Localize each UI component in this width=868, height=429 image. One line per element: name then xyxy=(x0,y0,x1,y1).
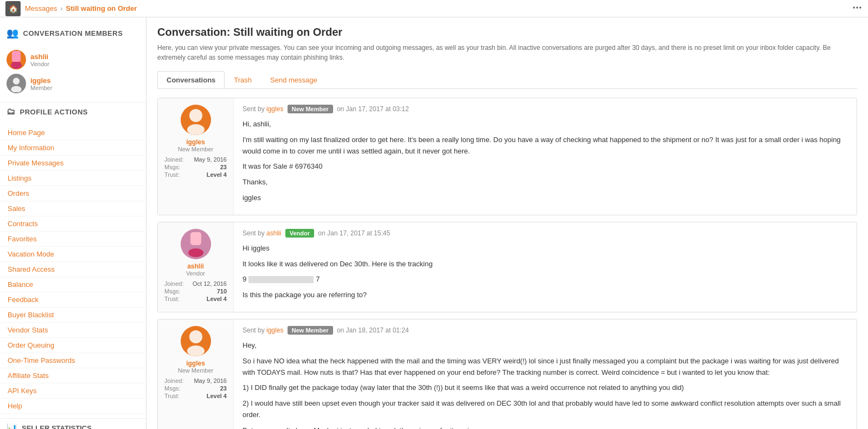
seller-stats-label: SELLER STATISTICS xyxy=(22,424,92,429)
svg-point-10 xyxy=(187,124,205,135)
breadcrumb-messages[interactable]: Messages xyxy=(25,4,57,12)
main-content: Conversation: Still waiting on Order Her… xyxy=(146,17,868,429)
sidebar-item-favorites[interactable]: Favorites xyxy=(0,232,146,247)
message-2-body: Sent by ashlii Vendor on Jan 17, 2017 at… xyxy=(234,222,857,312)
message-1-badge: New Member xyxy=(288,105,333,113)
iggles-info: iggles Member xyxy=(30,76,52,91)
sidebar-item-orders[interactable]: Orders xyxy=(0,186,146,201)
iggles-name[interactable]: iggles xyxy=(30,76,52,85)
conversation-members-label: CONVERSATION MEMBERS xyxy=(23,29,123,37)
sidebar-item-private-messages[interactable]: Private Messages xyxy=(0,156,146,171)
breadcrumb-current: Still waiting on Order xyxy=(66,4,137,12)
msg2-joined: Oct 12, 2016 xyxy=(193,280,227,287)
svg-point-1 xyxy=(856,7,858,8)
svg-rect-6 xyxy=(12,51,21,62)
breadcrumb-separator: › xyxy=(60,4,62,12)
message-1-text: Hi, ashlii, I'm still waiting on my last… xyxy=(242,119,848,204)
profile-actions-list: Home Page My Information Private Message… xyxy=(0,121,146,419)
msg2-msgs: 710 xyxy=(217,288,227,294)
message-3-sidebar: iggles New Member Joined: May 9, 2016 Ms… xyxy=(158,319,234,429)
message-1-meta: Joined: May 9, 2016 Msgs: 23 Trust: Leve… xyxy=(164,156,227,178)
sidebar-item-homepage[interactable]: Home Page xyxy=(0,125,146,140)
message-2-username[interactable]: ashlii xyxy=(164,262,227,270)
tracking-redacted xyxy=(248,276,314,283)
message-3-header: Sent by iggles New Member on Jan 18, 201… xyxy=(242,326,848,335)
svg-point-7 xyxy=(13,78,20,84)
svg-point-2 xyxy=(859,7,861,8)
message-2-text: Hi iggles It looks like it was delivered… xyxy=(242,243,848,301)
page-title: Conversation: Still waiting on Order xyxy=(157,26,857,39)
sidebar-item-shared-access[interactable]: Shared Access xyxy=(0,262,146,277)
svg-point-8 xyxy=(11,86,22,92)
message-1-username[interactable]: iggles xyxy=(164,138,227,146)
message-3-role: New Member xyxy=(164,367,227,374)
message-1-body: Sent by iggles New Member on Jan 17, 201… xyxy=(234,98,857,215)
top-nav: 🏠 Messages › Still waiting on Order xyxy=(0,0,868,17)
ashlii-info: ashlii Vendor xyxy=(30,53,49,67)
sidebar-item-contracts[interactable]: Contracts xyxy=(0,216,146,232)
iggles-avatar xyxy=(7,74,26,93)
msg2-trust: Level 4 xyxy=(207,296,227,302)
sidebar: 👥 CONVERSATION MEMBERS ashlii Vendor xyxy=(0,17,146,429)
svg-point-13 xyxy=(188,248,203,257)
message-1-sender-link[interactable]: iggles xyxy=(266,105,283,113)
message-1-sidebar: iggles New Member Joined: May 9, 2016 Ms… xyxy=(158,98,234,215)
message-2-badge: Vendor xyxy=(285,229,314,238)
message-3-badge: New Member xyxy=(288,326,333,335)
sidebar-item-vendor-stats[interactable]: Vendor Stats xyxy=(0,323,146,338)
home-icon[interactable]: 🏠 xyxy=(5,1,21,16)
sidebar-item-vacation-mode[interactable]: Vacation Mode xyxy=(0,247,146,262)
sidebar-item-otp[interactable]: One-Time Passwords xyxy=(0,353,146,368)
iggles-role: Member xyxy=(30,85,52,91)
sidebar-item-buyer-blacklist[interactable]: Buyer Blacklist xyxy=(0,308,146,323)
message-2-header: Sent by ashlii Vendor on Jan 17, 2017 at… xyxy=(242,229,848,238)
seller-statistics: 📊 SELLER STATISTICS Currently selling Li… xyxy=(0,419,146,429)
sidebar-item-api-keys[interactable]: API Keys xyxy=(0,383,146,399)
conversation-members-header: 👥 CONVERSATION MEMBERS xyxy=(0,23,146,43)
sidebar-item-help[interactable]: Help xyxy=(0,399,146,414)
message-3-text: Hey, So i have NO idea what the heck hap… xyxy=(242,340,848,429)
seller-stats-header: 📊 SELLER STATISTICS xyxy=(7,423,139,429)
breadcrumb: Messages › Still waiting on Order xyxy=(25,4,137,12)
message-3-sender-link[interactable]: iggles xyxy=(266,326,283,334)
sidebar-item-listings[interactable]: Listings xyxy=(0,171,146,186)
message-2-sender-link[interactable]: ashlii xyxy=(266,229,281,237)
message-2-meta: Joined: Oct 12, 2016 Msgs: 710 Trust: Le… xyxy=(164,280,227,303)
message-card-1: iggles New Member Joined: May 9, 2016 Ms… xyxy=(157,98,857,215)
sidebar-item-affiliate-stats[interactable]: Affiliate Stats xyxy=(0,368,146,383)
message-2-role: Vendor xyxy=(164,270,227,277)
conversation-members: ashlii Vendor iggles Member xyxy=(0,43,146,103)
tab-conversations[interactable]: Conversations xyxy=(157,71,225,88)
svg-point-15 xyxy=(189,330,202,343)
msg3-trust: Level 4 xyxy=(207,393,227,399)
msg2-date: Jan 17, 2017 at 15:45 xyxy=(327,229,390,237)
msg1-date: Jan 17, 2017 at 03:12 xyxy=(346,105,409,113)
svg-point-4 xyxy=(11,61,22,69)
message-card-2: ashlii Vendor Joined: Oct 12, 2016 Msgs:… xyxy=(157,222,857,312)
svg-rect-14 xyxy=(190,232,201,245)
ashlii-role: Vendor xyxy=(30,61,49,67)
msg3-msgs: 23 xyxy=(220,385,227,392)
sidebar-item-order-queuing[interactable]: Order Queuing xyxy=(0,338,146,353)
member-iggles: iggles Member xyxy=(7,72,139,95)
message-3-username[interactable]: iggles xyxy=(164,360,227,367)
msg1-msgs: 23 xyxy=(220,164,227,170)
message-tabs: Conversations Trash Send message xyxy=(157,71,857,89)
ashlii-name[interactable]: ashlii xyxy=(30,53,49,61)
member-ashlii: ashlii Vendor xyxy=(7,48,139,72)
sidebar-item-sales[interactable]: Sales xyxy=(0,201,146,216)
sidebar-item-feedback[interactable]: Feedback xyxy=(0,292,146,308)
svg-point-0 xyxy=(853,7,855,8)
tab-trash[interactable]: Trash xyxy=(225,71,261,88)
message-3-body: Sent by iggles New Member on Jan 18, 201… xyxy=(234,319,857,429)
message-1-avatar xyxy=(181,105,211,135)
profile-actions-label: PROFILE ACTIONS xyxy=(20,108,88,116)
tab-send-message[interactable]: Send message xyxy=(261,71,327,88)
manage-icon[interactable] xyxy=(852,2,863,15)
msg1-trust: Level 4 xyxy=(207,171,227,178)
main-layout: 👥 CONVERSATION MEMBERS ashlii Vendor xyxy=(0,17,868,429)
message-2-sidebar: ashlii Vendor Joined: Oct 12, 2016 Msgs:… xyxy=(158,222,234,312)
msg3-date: Jan 18, 2017 at 01:24 xyxy=(346,326,409,334)
sidebar-item-my-information[interactable]: My Information xyxy=(0,140,146,156)
sidebar-item-balance[interactable]: Balance xyxy=(0,277,146,292)
